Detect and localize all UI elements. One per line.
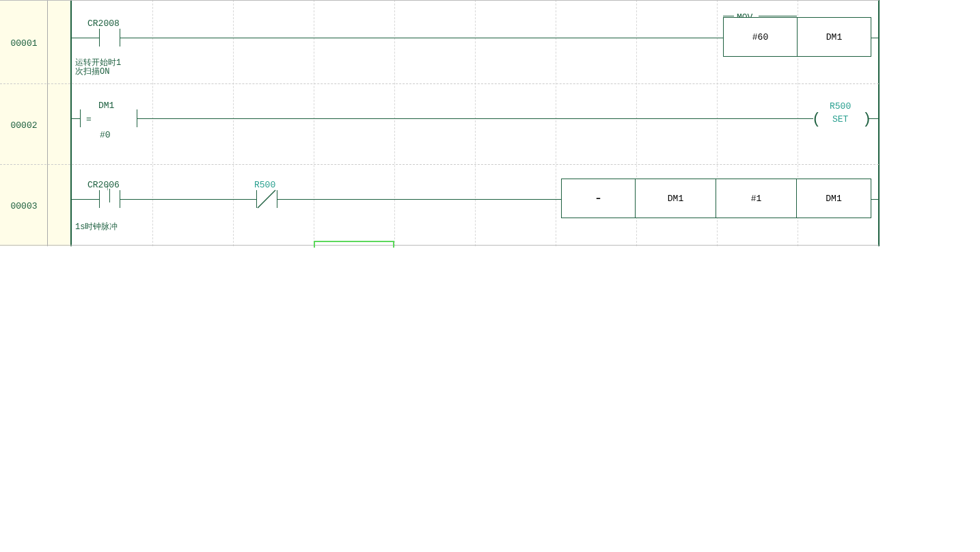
coil-address: R500	[830, 101, 851, 111]
ladder-diagram: 00001 00002 00003 CR2008 运转开始时1 次扫描ON MO…	[0, 0, 980, 552]
svg-line-0	[258, 190, 275, 208]
mov-op1-text: #60	[752, 32, 768, 42]
mov-op2[interactable]: DM1	[797, 17, 871, 57]
rung-number: 00002	[0, 120, 48, 131]
nc-slash-icon	[255, 187, 278, 211]
sub-op2-text: #1	[751, 194, 762, 204]
coil-type: SET	[832, 114, 848, 124]
contact-address: CR2008	[87, 18, 120, 29]
compare-op: =	[86, 114, 92, 124]
sub-op2[interactable]: #1	[716, 179, 797, 218]
edit-cursor[interactable]	[314, 241, 394, 248]
compare-top: DM1	[98, 101, 114, 111]
sub-op1[interactable]: DM1	[635, 179, 716, 218]
contact-comment: 1s时钟脉冲	[75, 221, 118, 233]
sub-opname[interactable]: -	[561, 179, 636, 218]
sub-opname-text: -	[594, 191, 602, 207]
coil-left-paren: (	[812, 111, 821, 128]
coil-right-paren: )	[862, 111, 871, 128]
right-power-rail	[878, 0, 880, 246]
rung-number: 00001	[0, 38, 48, 49]
mov-op2-text: DM1	[826, 32, 842, 42]
mov-op1[interactable]: #60	[723, 17, 798, 57]
margin-gutter	[48, 0, 72, 246]
contact-address: R500	[254, 180, 275, 190]
compare-bottom: #0	[100, 130, 111, 140]
rung-number: 00003	[0, 201, 48, 211]
sub-op3-text: DM1	[826, 194, 841, 204]
sub-op1-text: DM1	[668, 194, 683, 204]
contact-address: CR2006	[87, 180, 120, 190]
sub-op3[interactable]: DM1	[796, 179, 871, 218]
contact-comment: 运转开始时1 次扫描ON	[75, 59, 121, 77]
